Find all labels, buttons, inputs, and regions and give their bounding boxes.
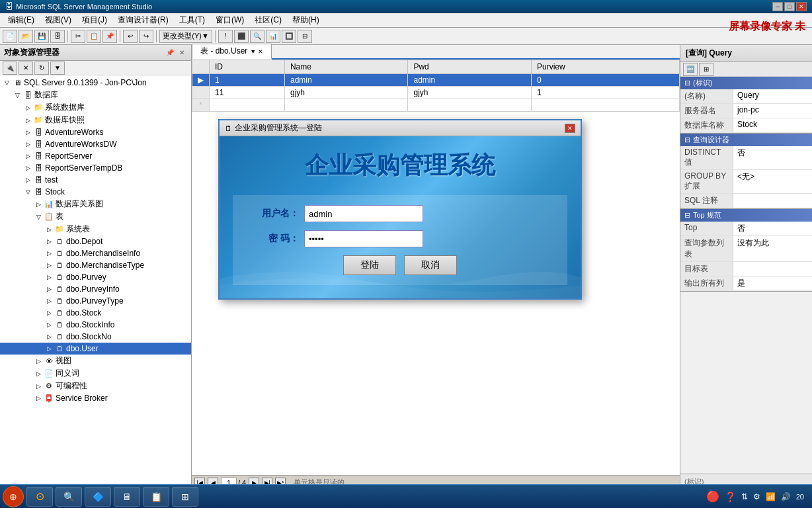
taskbar-btn-4[interactable]: 🖥	[114, 487, 140, 507]
minimize-button[interactable]: ─	[772, 2, 783, 11]
title-controls[interactable]: ─ □ ✕	[772, 2, 807, 11]
taskbar-btn-1[interactable]: ⊙	[26, 487, 53, 507]
btn4[interactable]: 📋	[87, 30, 101, 43]
tree-diagram[interactable]: ▷ 📊 数据库关系图	[0, 198, 191, 210]
stock-info-expand-icon[interactable]: ▷	[44, 319, 54, 330]
rst-expand-icon[interactable]: ▷	[22, 163, 33, 173]
prop-groupby-value[interactable]: <无>	[733, 170, 812, 193]
tree-synonyms[interactable]: ▷ 📄 同义词	[0, 367, 191, 380]
prop-params-value[interactable]: 没有为此	[733, 236, 812, 261]
save-all-btn[interactable]: 🗄	[50, 30, 65, 43]
tree-dbo-merchandise-info[interactable]: ▷ 🗒 dbo.MerchandiseInfo	[0, 247, 191, 259]
btn6[interactable]: ↩	[123, 30, 138, 43]
row-pwd-1[interactable]: admin	[408, 74, 532, 87]
prop-output-value[interactable]: 是	[733, 276, 812, 290]
password-input[interactable]	[304, 230, 423, 247]
tree-reportserver[interactable]: ▷ 🗄 ReportServer	[0, 150, 191, 162]
menu-view[interactable]: 视图(V)	[40, 13, 77, 27]
tree-dbo-stock[interactable]: ▷ 🗒 dbo.Stock	[0, 307, 191, 319]
rs-expand-icon[interactable]: ▷	[22, 151, 33, 161]
prop-db-value[interactable]: Stock	[733, 118, 812, 132]
tree-service-broker[interactable]: ▷ 📮 Service Broker	[0, 392, 191, 404]
tree-dbo-purvey-type[interactable]: ▷ 🗒 dbo.PurveyType	[0, 295, 191, 307]
prop-name-value[interactable]: Query	[733, 89, 812, 103]
row-purview-1[interactable]: 0	[531, 74, 679, 87]
table-new-row[interactable]: *	[192, 99, 680, 112]
stock-table-expand-icon[interactable]: ▷	[44, 308, 54, 318]
databases-expand-icon[interactable]: ▽	[12, 90, 22, 101]
btn11[interactable]: 🔍	[250, 30, 264, 43]
tab-user-table[interactable]: 表 - dbo.User ▼ ✕	[192, 44, 272, 60]
prop-top-value[interactable]: 否	[733, 222, 812, 235]
menu-tools[interactable]: 工具(T)	[174, 13, 210, 27]
taskbar-start[interactable]: ⊕	[3, 486, 24, 507]
tree-sys-tables[interactable]: ▷ 📁 系统表	[0, 223, 191, 235]
table-row[interactable]: ▶ 1 admin admin 0	[192, 74, 680, 87]
tree-system-dbs[interactable]: ▷ 📁 系统数据库	[0, 101, 191, 114]
prop-sqlcomment-value[interactable]	[733, 194, 812, 208]
save-btn[interactable]: 💾	[34, 30, 49, 43]
row-purview-2[interactable]: 1	[531, 87, 679, 99]
new-row-pwd[interactable]	[408, 99, 532, 112]
db-snapshot-expand-icon[interactable]: ▷	[22, 115, 33, 126]
prop-qd-header[interactable]: ⊟ 查询设计器	[680, 134, 812, 146]
btn5[interactable]: 📌	[102, 30, 117, 43]
menu-project[interactable]: 项目(J)	[77, 13, 112, 27]
open-btn[interactable]: 📂	[19, 30, 33, 43]
menu-community[interactable]: 社区(C)	[249, 13, 287, 27]
oe-pin-btn[interactable]: 📌	[165, 48, 175, 58]
views-expand-icon[interactable]: ▷	[33, 356, 44, 366]
tab-close-btn[interactable]: ▼ ✕	[250, 48, 263, 55]
row-id-1[interactable]: 1	[210, 74, 285, 87]
tree-test-db[interactable]: ▷ 🗄 test	[0, 174, 191, 186]
username-input[interactable]	[304, 205, 423, 222]
oe-disconnect-btn[interactable]: ✕	[19, 62, 33, 75]
prop-category-btn[interactable]: ⊞	[699, 63, 713, 76]
table-row[interactable]: 11 gjyh gjyh 1	[192, 87, 680, 99]
taskbar-btn-2[interactable]: 🔍	[56, 487, 82, 507]
btn3[interactable]: ✂	[71, 30, 85, 43]
tree-dbo-stock-no[interactable]: ▷ 🗒 dbo.StockNo	[0, 331, 191, 343]
tree-db-snapshot[interactable]: ▷ 📁 数据库快照	[0, 114, 191, 126]
maximize-button[interactable]: □	[784, 2, 795, 11]
tree-views[interactable]: ▷ 👁 视图	[0, 355, 191, 367]
purvey-info-expand-icon[interactable]: ▷	[44, 284, 54, 294]
taskbar-btn-6[interactable]: ⊞	[172, 487, 198, 507]
prop-sort-btn[interactable]: 🔤	[683, 63, 698, 76]
btn12[interactable]: 📊	[266, 30, 280, 43]
taskbar-btn-5[interactable]: 📋	[143, 487, 169, 507]
server-expand-icon[interactable]: ▽	[1, 77, 12, 88]
diagram-expand-icon[interactable]: ▷	[33, 199, 44, 210]
menu-help[interactable]: 帮助(H)	[287, 13, 325, 27]
merch-type-expand-icon[interactable]: ▷	[44, 260, 54, 271]
depot-expand-icon[interactable]: ▷	[44, 236, 54, 247]
tree-reportserver-temp[interactable]: ▷ 🗄 ReportServerTempDB	[0, 162, 191, 174]
stock-no-expand-icon[interactable]: ▷	[44, 331, 54, 342]
new-row-purview[interactable]	[531, 99, 679, 112]
prop-identity-header[interactable]: ⊟ (标识)	[680, 77, 812, 89]
tree-server[interactable]: ▽ 🖥 SQL Server 9.0.1399 - Jon-PC\Jon	[0, 77, 191, 89]
stock-expand-icon[interactable]: ▽	[22, 187, 33, 197]
prop-server-value[interactable]: jon-pc	[733, 104, 812, 118]
btn9[interactable]: !	[218, 30, 233, 43]
tree-programmability[interactable]: ▷ ⚙ 可编程性	[0, 380, 191, 392]
prop-distinct-value[interactable]: 否	[733, 146, 812, 169]
tree-dbo-user[interactable]: ▷ 🗒 dbo.User	[0, 343, 191, 355]
purvey-expand-icon[interactable]: ▷	[44, 272, 54, 282]
tree-adventureworks[interactable]: ▷ 🗄 AdventureWorks	[0, 126, 191, 138]
tree-dbo-purvey-info[interactable]: ▷ 🗒 dbo.PurveyInfo	[0, 283, 191, 295]
taskbar-btn-3[interactable]: 🔷	[85, 487, 111, 507]
row-name-1[interactable]: admin	[284, 74, 408, 87]
tree-tables[interactable]: ▽ 📋 表	[0, 210, 191, 223]
aw-expand-icon[interactable]: ▷	[22, 127, 33, 138]
new-query-btn[interactable]: 📄	[3, 30, 17, 43]
oe-refresh-btn[interactable]: ↻	[34, 62, 49, 75]
tree-dbo-purvey[interactable]: ▷ 🗒 dbo.Purvey	[0, 271, 191, 283]
tree-stock-db[interactable]: ▽ 🗄 Stock	[0, 186, 191, 198]
sys-tables-expand-icon[interactable]: ▷	[44, 224, 54, 235]
tables-expand-icon[interactable]: ▽	[33, 212, 44, 222]
menu-window[interactable]: 窗口(W)	[210, 13, 249, 27]
user-expand-icon[interactable]: ▷	[44, 343, 54, 354]
dialog-close-btn[interactable]: ✕	[565, 124, 575, 133]
tree-dbo-stock-info[interactable]: ▷ 🗒 dbo.StockInfo	[0, 319, 191, 331]
